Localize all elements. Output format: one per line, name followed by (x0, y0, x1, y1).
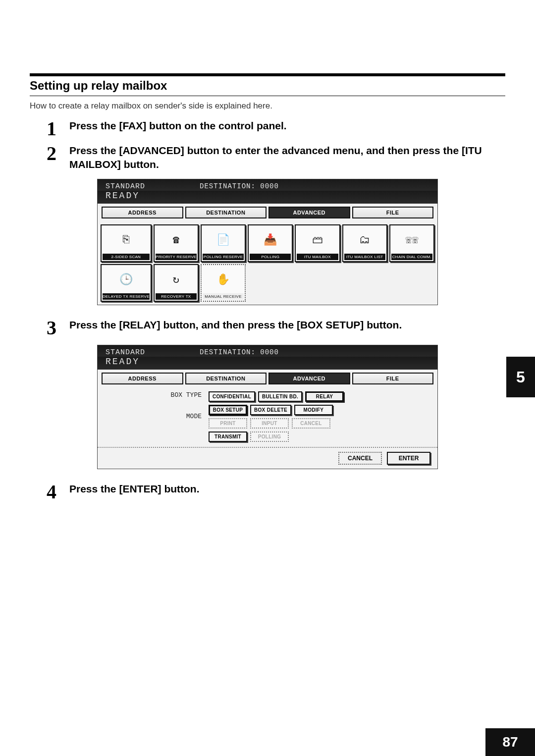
chain-dial-icon: ☏☏ (405, 226, 419, 254)
btn-cancel-mode: CANCEL (292, 418, 330, 429)
priority-reserve-icon: ☎ (173, 226, 179, 254)
status-ready: READY (106, 357, 140, 367)
btn-polling[interactable]: 📥POLLING (248, 224, 293, 262)
btn-relay[interactable]: RELAY (305, 391, 344, 402)
destination-counter: DESTINATION: 0000 (200, 182, 279, 190)
btn-transmit[interactable]: TRANSMIT (209, 432, 247, 442)
chapter-tab: 5 (506, 357, 535, 397)
tab-file[interactable]: FILE (352, 207, 434, 218)
itu-mailbox-list-icon: 🗂 (359, 226, 370, 254)
tab-advanced[interactable]: ADVANCED (268, 207, 350, 218)
steps-list: 1 Press the [FAX] button on the control … (30, 119, 505, 172)
page-number: 87 (485, 728, 535, 756)
tab-destination[interactable]: DESTINATION (185, 207, 267, 218)
btn-label: ITU MAILBOX LIST (344, 254, 385, 260)
btn-label: CHAIN DIAL COMM. (391, 254, 432, 260)
step-number: 2 (47, 144, 63, 163)
itu-mailbox-icon: 🗃 (312, 226, 323, 254)
tab-address[interactable]: ADDRESS (102, 207, 183, 218)
btn-print: PRINT (209, 418, 247, 429)
section-heavy-rule (30, 73, 505, 76)
btn-priority-reserve[interactable]: ☎PRIORITY RESERVE (154, 224, 199, 262)
btn-label: RECOVERY TX (156, 293, 197, 300)
box-type-label: BOX TYPE (105, 391, 202, 399)
btn-polling-mode: POLLING (250, 432, 289, 442)
btn-label: PRIORITY RESERVE (156, 254, 197, 260)
section-thin-rule (30, 96, 505, 96)
step-title: Press the [RELAY] button, and then press… (69, 318, 505, 332)
btn-label: POLLING (250, 254, 291, 260)
tab-address[interactable]: ADDRESS (102, 373, 183, 384)
btn-2-sided-scan[interactable]: ⎘2-SIDED SCAN (101, 224, 152, 262)
step-title: Press the [ADVANCED] button to enter the… (69, 144, 505, 172)
btn-label: POLLING RESERVE (203, 254, 244, 260)
btn-delayed-tx-reserve[interactable]: 🕒DELAYED TX RESERVE (101, 264, 152, 302)
btn-modify[interactable]: MODIFY (294, 405, 333, 415)
step-2: 2 Press the [ADVANCED] button to enter t… (47, 144, 505, 172)
section-intro: How to create a relay mailbox on sender'… (30, 101, 505, 111)
mode-label-field: MODE (105, 413, 202, 420)
btn-label: ITU MAILBOX (297, 254, 338, 260)
mode-label: STANDARD (106, 182, 145, 191)
step-title: Press the [FAX] button on the control pa… (69, 119, 505, 133)
btn-confidential[interactable]: CONFIDENTIAL (209, 391, 255, 402)
tab-advanced[interactable]: ADVANCED (268, 373, 350, 384)
btn-box-delete[interactable]: BOX DELETE (250, 405, 291, 415)
btn-polling-reserve[interactable]: 📄POLLING RESERVE (201, 224, 246, 262)
step-number: 3 (47, 318, 63, 338)
step-3: 3 Press the [RELAY] button, and then pre… (47, 318, 505, 338)
step-title: Press the [ENTER] button. (69, 482, 505, 496)
btn-manual-receive[interactable]: ✋MANUAL RECEIVE (201, 264, 246, 302)
btn-box-setup[interactable]: BOX SETUP (209, 405, 247, 415)
step-number: 4 (47, 482, 63, 502)
btn-label: 2-SIDED SCAN (103, 254, 150, 260)
tab-file[interactable]: FILE (352, 373, 434, 384)
destination-counter: DESTINATION: 0000 (200, 348, 279, 356)
btn-cancel[interactable]: CANCEL (338, 452, 382, 465)
btn-itu-mailbox-list[interactable]: 🗂ITU MAILBOX LIST (342, 224, 387, 262)
mode-label: STANDARD (106, 348, 145, 357)
btn-label: MANUAL RECEIVE (203, 293, 244, 300)
btn-input: INPUT (250, 418, 289, 429)
status-ready: READY (106, 191, 140, 201)
steps-list-continued-4: 4 Press the [ENTER] button. (30, 482, 505, 502)
btn-enter[interactable]: ENTER (387, 452, 430, 465)
btn-bulletin-bd[interactable]: BULLETIN BD. (258, 391, 302, 402)
screenshot-advanced-menu: STANDARD DESTINATION: 0000 READY ADDRESS… (30, 179, 505, 305)
polling-icon: 📥 (264, 226, 277, 254)
btn-recovery-tx[interactable]: ↻RECOVERY TX (154, 264, 199, 302)
recovery-tx-icon: ↻ (173, 266, 179, 293)
manual-receive-icon: ✋ (216, 266, 230, 293)
btn-label: DELAYED TX RESERVE (103, 293, 150, 300)
steps-list-continued-3: 3 Press the [RELAY] button, and then pre… (30, 318, 505, 338)
step-4: 4 Press the [ENTER] button. (47, 482, 505, 502)
section-title: Setting up relay mailbox (30, 79, 505, 93)
two-sided-scan-icon: ⎘ (123, 226, 129, 254)
polling-reserve-icon: 📄 (216, 226, 230, 254)
tab-destination[interactable]: DESTINATION (185, 373, 267, 384)
step-1: 1 Press the [FAX] button on the control … (47, 119, 505, 139)
delayed-tx-icon: 🕒 (119, 266, 133, 293)
step-number: 1 (47, 119, 63, 139)
btn-chain-dial-comm[interactable]: ☏☏CHAIN DIAL COMM. (389, 224, 434, 262)
btn-itu-mailbox[interactable]: 🗃ITU MAILBOX (295, 224, 340, 262)
screenshot-box-setup: STANDARD DESTINATION: 0000 READY ADDRESS… (30, 345, 505, 469)
